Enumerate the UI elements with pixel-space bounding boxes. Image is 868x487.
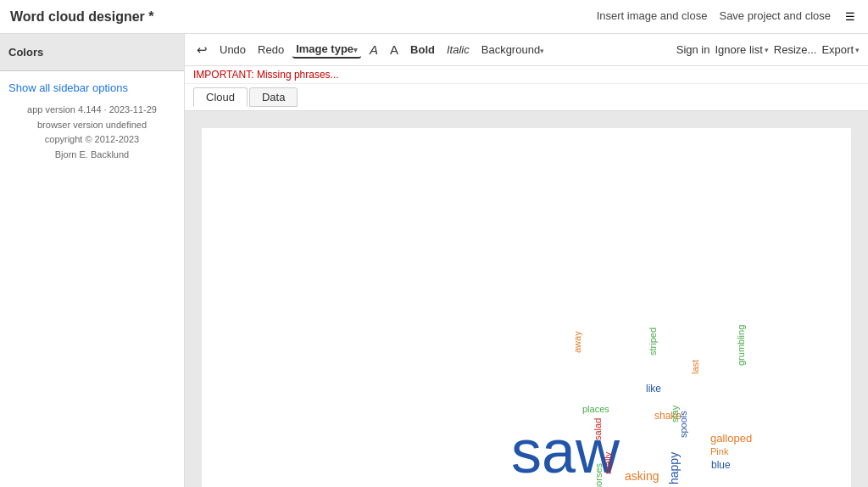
word-cloud-word: blue <box>711 459 731 471</box>
page-title: Word cloud designer * <box>10 9 154 25</box>
sign-in-button[interactable]: Sign in <box>676 43 710 56</box>
background-button[interactable]: Background▾ <box>478 42 548 58</box>
word-cloud-word: horses <box>593 463 604 487</box>
content-area: ↩ Undo Redo Image type▾ A A Bold Italic … <box>185 34 868 487</box>
word-cloud-word: really <box>603 452 613 474</box>
author-text: Bjorn E. Backlund <box>8 148 175 163</box>
ignore-list-dropdown-arrow: ▾ <box>765 46 769 54</box>
show-all-sidebar-link[interactable]: Show all sidebar options <box>8 81 175 94</box>
redo-button[interactable]: Redo <box>254 42 287 58</box>
warning-text: IMPORTANT: Missing phrases... <box>193 69 339 81</box>
word-cloud-word: grumbling <box>736 325 746 366</box>
toolbar: ↩ Undo Redo Image type▾ A A Bold Italic … <box>185 34 868 66</box>
word-cloud-word: salad <box>593 418 603 440</box>
undo-icon[interactable]: ↩ <box>193 41 211 59</box>
tab-data[interactable]: Data <box>249 87 298 107</box>
resize-button[interactable]: Resize... <box>774 43 817 56</box>
background-dropdown-arrow: ▾ <box>540 47 544 55</box>
ignore-list-button[interactable]: Ignore list▾ <box>715 43 768 56</box>
word-cloud-word: places <box>582 404 609 414</box>
word-cloud-word: spools <box>678 411 688 438</box>
undo-button[interactable]: Undo <box>216 42 249 58</box>
word-cloud-word: galloped <box>710 432 752 445</box>
sidebar-meta: app version 4.144 · 2023-11-29 browser v… <box>8 103 175 162</box>
main-layout: Colors Show all sidebar options app vers… <box>0 34 868 487</box>
word-cloud-word: asking <box>625 469 659 483</box>
bold-button[interactable]: Bold <box>407 42 438 58</box>
export-button[interactable]: Export▾ <box>821 43 860 56</box>
image-type-dropdown-arrow: ▾ <box>353 46 358 54</box>
image-type-button[interactable]: Image type▾ <box>292 41 361 59</box>
word-cloud-word: like <box>646 383 661 395</box>
warning-bar: IMPORTANT: Missing phrases... <box>185 66 868 84</box>
word-cloud-word: away <box>572 331 582 353</box>
sidebar-content: Show all sidebar options app version 4.1… <box>0 71 184 172</box>
app-version: app version 4.144 · 2023-11-29 <box>8 103 175 118</box>
export-dropdown-arrow: ▾ <box>855 46 860 54</box>
toolbar-right: Sign in Ignore list▾ Resize... Export▾ <box>676 43 860 56</box>
word-cloud-canvas: sawawaystripedlastgrumblinglikeplacessha… <box>202 128 851 487</box>
italic-button[interactable]: Italic <box>443 42 473 58</box>
word-cloud-word: Pink <box>710 446 728 456</box>
top-bar-actions: Insert image and close Save project and … <box>597 9 858 25</box>
copyright-text: copyright © 2012-2023 <box>8 132 175 148</box>
font-style-a2-button[interactable]: A <box>387 41 402 59</box>
font-style-a-button[interactable]: A <box>366 41 381 59</box>
sidebar-header-label: Colors <box>8 46 43 59</box>
canvas-area[interactable]: sawawaystripedlastgrumblinglikeplacessha… <box>185 111 868 487</box>
insert-image-button[interactable]: Insert image and close <box>597 9 708 25</box>
save-project-button[interactable]: Save project and close <box>719 9 831 25</box>
sidebar-header: Colors <box>0 34 184 71</box>
top-bar: Word cloud designer * Insert image and c… <box>0 0 868 34</box>
sidebar: Colors Show all sidebar options app vers… <box>0 34 185 487</box>
tabs-bar: Cloud Data <box>185 84 868 111</box>
word-cloud-word: last <box>690 360 700 374</box>
word-cloud-word: striped <box>648 327 658 355</box>
browser-version: browser version undefined <box>8 118 175 133</box>
tab-cloud[interactable]: Cloud <box>193 87 248 107</box>
word-cloud-word: happy <box>667 452 681 484</box>
menu-icon[interactable]: ☰ <box>843 9 858 25</box>
